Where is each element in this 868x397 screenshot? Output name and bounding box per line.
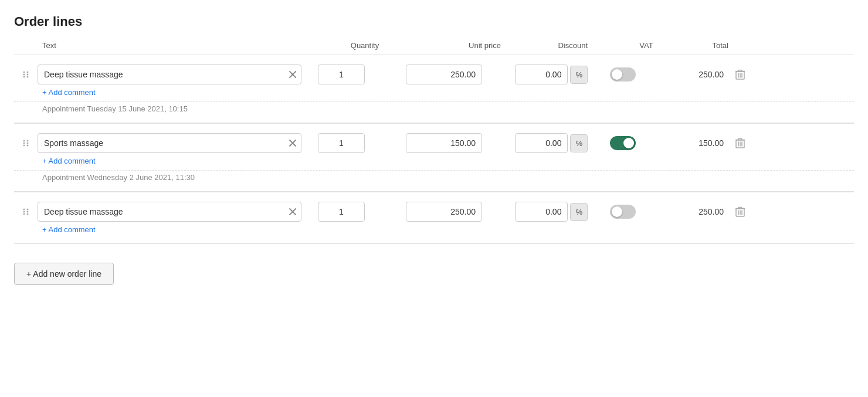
delete-cell [728,135,752,151]
order-line-row: %150.00 [14,133,854,153]
quantity-input[interactable] [318,202,365,222]
delete-cell [728,204,752,219]
order-line-block: %150.00 + Add commentAppointment Wednesd… [14,123,854,192]
discount-cell: % [482,133,588,153]
vat-toggle[interactable] [610,67,636,82]
percent-badge: % [570,134,588,152]
table-header: Text Quantity Unit price Discount VAT To… [14,41,854,55]
quantity-cell [306,133,377,153]
order-lines-container: %250.00 + Add commentAppointment Tuesday… [14,55,854,243]
order-line-block: %250.00 + Add comment [14,192,854,243]
svg-point-27 [27,209,29,211]
clear-text-button[interactable] [284,205,301,219]
text-field-wrapper [38,133,301,153]
delete-line-button[interactable] [733,204,747,219]
total-value: 250.00 [689,207,724,216]
percent-badge: % [570,66,588,84]
svg-point-16 [27,142,29,144]
delete-line-button[interactable] [733,67,747,82]
svg-point-15 [23,142,25,144]
discount-input[interactable] [515,65,568,84]
svg-point-3 [27,74,29,76]
add-order-line-button[interactable]: + Add new order line [14,263,114,285]
svg-point-5 [27,76,29,78]
svg-point-31 [27,213,29,215]
svg-point-26 [23,209,25,211]
svg-point-1 [27,72,29,73]
add-comment-link[interactable]: + Add comment [14,222,96,236]
add-line-section: + Add new order line [14,243,854,285]
text-column [19,133,306,153]
total-cell: 250.00 [658,70,728,79]
text-column [19,65,306,84]
order-line-row: %250.00 [14,65,854,84]
quantity-input[interactable] [318,65,365,84]
discount-cell: % [482,65,588,84]
order-line-row: %250.00 [14,202,854,222]
svg-point-18 [27,145,29,147]
discount-input[interactable] [515,202,568,222]
clear-text-button[interactable] [284,67,301,82]
svg-point-30 [23,213,25,215]
vat-toggle[interactable] [610,136,636,150]
text-column [19,202,306,222]
text-input[interactable] [38,134,284,152]
text-input[interactable] [38,202,284,221]
header-unit-price: Unit price [400,41,506,50]
svg-point-2 [23,74,25,76]
discount-input[interactable] [515,133,568,153]
total-cell: 150.00 [658,138,728,148]
discount-cell: % [482,202,588,222]
svg-point-29 [27,211,29,213]
vat-cell [588,67,658,82]
header-text: Text [42,41,330,50]
unit-price-cell [377,202,482,222]
percent-badge: % [570,203,588,221]
appointment-text: Appointment Wednesday 2 June 2021, 11:30 [14,170,854,184]
unit-price-cell [377,133,482,153]
text-field-wrapper [38,65,301,84]
appointment-text: Appointment Tuesday 15 June 2021, 10:15 [14,101,854,116]
toggle-slider [610,205,636,219]
delete-cell [728,67,752,82]
unit-price-cell [377,65,482,84]
svg-point-28 [23,211,25,213]
drag-handle-icon[interactable] [19,139,33,147]
toggle-slider [610,67,636,82]
clear-text-button[interactable] [284,136,301,150]
add-comment-link[interactable]: + Add comment [14,153,96,168]
header-quantity: Quantity [330,41,400,50]
svg-point-4 [23,76,25,78]
order-line-block: %250.00 + Add commentAppointment Tuesday… [14,55,854,123]
text-field-wrapper [38,202,301,222]
header-discount: Discount [506,41,611,50]
svg-point-17 [23,145,25,147]
svg-point-0 [23,72,25,73]
drag-handle-icon[interactable] [19,208,33,216]
total-cell: 250.00 [658,207,728,216]
page-title: Order lines [14,14,854,29]
vat-cell [588,205,658,219]
unit-price-input[interactable] [406,65,482,84]
drag-handle-icon[interactable] [19,70,33,79]
add-comment-link[interactable]: + Add comment [14,84,96,99]
quantity-input[interactable] [318,133,365,153]
svg-point-13 [23,140,25,142]
total-value: 250.00 [689,70,724,79]
vat-toggle[interactable] [610,205,636,219]
vat-cell [588,136,658,150]
unit-price-input[interactable] [406,202,482,222]
delete-line-button[interactable] [733,135,747,151]
quantity-cell [306,65,377,84]
svg-point-14 [27,140,29,142]
header-total: Total [681,41,752,50]
toggle-slider [610,136,636,150]
header-vat: VAT [611,41,681,50]
total-value: 150.00 [689,138,724,148]
quantity-cell [306,202,377,222]
unit-price-input[interactable] [406,133,482,153]
text-input[interactable] [38,65,284,84]
